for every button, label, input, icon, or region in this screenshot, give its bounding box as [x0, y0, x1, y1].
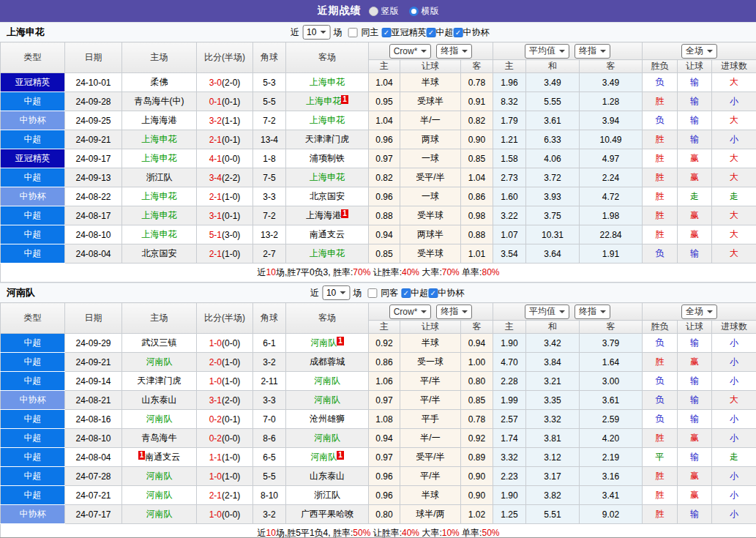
- same-venue-checkbox[interactable]: [348, 28, 357, 37]
- team-name[interactable]: 天津津门虎: [305, 134, 349, 144]
- team-name-title: 河南队: [0, 286, 35, 299]
- team-name[interactable]: 上海海港: [142, 115, 177, 125]
- league-checkbox[interactable]: ✓: [426, 28, 435, 37]
- odds-stage-select[interactable]: 终指: [436, 44, 472, 59]
- team-name[interactable]: 上海申花: [142, 229, 177, 239]
- goals-result-cell: 大: [712, 225, 756, 244]
- league-checkbox[interactable]: ✓: [401, 288, 411, 298]
- handicap-result-cell: 输: [678, 410, 712, 429]
- team-name[interactable]: 河南队: [310, 337, 337, 348]
- bookmaker-select[interactable]: Crow*: [389, 305, 432, 319]
- match-row: 中超24-08-10上海申花5-1(3-0)13-2南通支云0.94两球半0.8…: [1, 225, 756, 244]
- team-name[interactable]: 河南队: [314, 376, 340, 386]
- team-name[interactable]: 河南队: [146, 471, 173, 481]
- home-cell: 上海申花: [122, 225, 197, 244]
- corner-cell: 8-10: [253, 486, 286, 505]
- result-cell: 胜: [643, 168, 678, 187]
- avg-home-cell: 1.60: [493, 187, 526, 206]
- odds-home-cell: 0.95: [369, 92, 400, 111]
- team-name[interactable]: 上海申花: [142, 210, 177, 220]
- radio-horizontal[interactable]: 横版: [409, 5, 439, 18]
- col-odds-away: 客: [461, 321, 493, 334]
- average-stage-select[interactable]: 终指: [575, 305, 610, 319]
- match-row: 中超24-09-29武汉三镇1-0(0-0)6-1河南队10.92半球0.941…: [1, 334, 756, 353]
- team-name[interactable]: 山东泰山: [142, 395, 177, 405]
- team-name[interactable]: 武汉三镇: [142, 337, 177, 348]
- near-count-select[interactable]: 10: [322, 285, 350, 300]
- avg-home-cell: 1.07: [493, 225, 526, 244]
- team-name[interactable]: 北京国安: [310, 191, 345, 201]
- away-cell: 天津津门虎: [286, 130, 369, 149]
- team-name[interactable]: 北京国安: [142, 248, 177, 258]
- handicap-result-cell: 输: [678, 372, 712, 391]
- team-name[interactable]: 沧州雄狮: [310, 414, 345, 424]
- average-select[interactable]: 平均值: [525, 305, 569, 319]
- avg-away-cell: 1.28: [580, 92, 643, 111]
- results-table: 类型 日期 主场 比分(半场) 角球 客场 Crow* 终指: [0, 302, 756, 538]
- team-name[interactable]: 河南队: [146, 490, 173, 500]
- team-name[interactable]: 上海申花: [142, 191, 177, 201]
- team-name[interactable]: 河南队: [314, 395, 340, 405]
- team-name[interactable]: 浙江队: [314, 490, 340, 500]
- team-name[interactable]: 河南队: [310, 452, 337, 462]
- result-cell: 胜: [643, 505, 678, 524]
- chevron-down-icon: [421, 310, 427, 313]
- away-cell: 北京国安: [286, 187, 369, 206]
- score-cell: 3-0(2-0): [197, 73, 253, 92]
- average-stage-select[interactable]: 终指: [575, 44, 610, 59]
- corner-cell: 7-2: [253, 206, 286, 225]
- league-cell: 中超: [1, 168, 65, 187]
- team-name[interactable]: 河南队: [146, 509, 173, 519]
- scope-select[interactable]: 全场: [681, 44, 717, 59]
- team-name[interactable]: 上海申花: [310, 77, 345, 87]
- team-name[interactable]: 南通支云: [145, 452, 180, 462]
- team-name[interactable]: 天津津门虎: [138, 376, 181, 386]
- radio-vertical[interactable]: 竖版: [369, 5, 399, 18]
- score-cell: 2-0(1-0): [197, 353, 253, 372]
- team-name[interactable]: 上海申花: [306, 96, 341, 106]
- avg-home-cell: 1.90: [493, 334, 526, 353]
- match-row: 亚冠精英24-09-17上海申花4-1(0-0)1-8浦项制铁0.97一球0.8…: [1, 149, 756, 168]
- team-name[interactable]: 河南队: [314, 433, 340, 443]
- match-row: 中超24-09-14天津津门虎1-0(1-0)2-11河南队1.06平/半0.8…: [1, 372, 756, 391]
- scope-select[interactable]: 全场: [681, 305, 717, 319]
- team-name[interactable]: 山东泰山: [310, 471, 345, 481]
- team-name[interactable]: 上海申花: [310, 172, 345, 182]
- team-name[interactable]: 青岛海牛: [142, 433, 177, 443]
- league-filter-list: ✓中超✓中协杯: [401, 287, 464, 299]
- bookmaker-select[interactable]: Crow*: [389, 44, 432, 59]
- col-odds-line: 让球: [400, 60, 461, 73]
- team-name[interactable]: 柔佛: [151, 77, 168, 87]
- team-name[interactable]: 成都蓉城: [310, 356, 345, 367]
- team-name[interactable]: 浦项制铁: [310, 153, 345, 163]
- team-name[interactable]: 南通支云: [310, 229, 345, 239]
- team-name[interactable]: 广西平果哈嘹: [301, 509, 353, 519]
- league-checkbox[interactable]: ✓: [381, 28, 391, 37]
- team-name[interactable]: 河南队: [146, 356, 173, 367]
- near-count-value: 10: [326, 288, 336, 298]
- odds-line-cell: 球半/两: [400, 505, 461, 524]
- near-count-select[interactable]: 10: [302, 25, 330, 40]
- team-name[interactable]: 上海申花: [142, 153, 177, 163]
- odds-line-cell: 两球: [400, 130, 461, 149]
- team-name[interactable]: 浙江队: [146, 172, 173, 182]
- league-checkbox[interactable]: ✓: [428, 288, 438, 298]
- odds-away-cell: 1.00: [461, 353, 493, 372]
- team-name[interactable]: 青岛海牛(中): [135, 96, 184, 106]
- league-checkbox[interactable]: ✓: [453, 28, 463, 37]
- same-venue-checkbox[interactable]: [367, 288, 377, 298]
- team-name[interactable]: 上海申花: [142, 134, 177, 144]
- odds-away-cell: 0.92: [461, 429, 493, 448]
- team-name[interactable]: 上海海港: [306, 210, 341, 220]
- handicap-result-cell: 赢: [678, 486, 712, 505]
- avg-home-cell: 3.54: [493, 244, 526, 264]
- team-name[interactable]: 上海申花: [310, 115, 345, 125]
- team-name[interactable]: 上海申花: [310, 248, 345, 258]
- team-name[interactable]: 河南队: [146, 414, 173, 424]
- date-cell: 24-09-21: [65, 353, 122, 372]
- odds-stage-select[interactable]: 终指: [436, 305, 472, 319]
- handicap-result-cell: 赢: [678, 353, 712, 372]
- odds-line-cell: 一球: [400, 187, 461, 206]
- same-venue-label: 同客: [381, 287, 398, 299]
- average-select[interactable]: 平均值: [525, 44, 569, 59]
